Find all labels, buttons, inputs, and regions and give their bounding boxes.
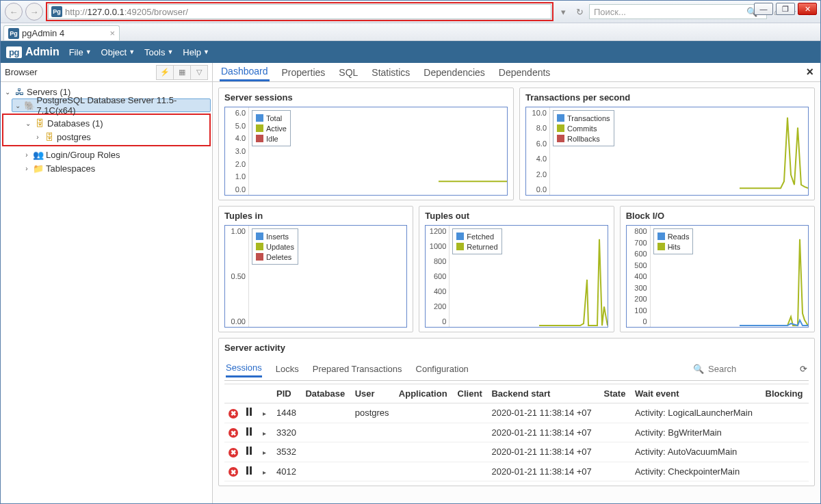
sidebar-query-button[interactable]: ⚡ — [156, 65, 174, 80]
expand-icon[interactable]: › — [34, 133, 42, 141]
expand-icon[interactable]: › — [23, 165, 31, 172]
tab-prepared[interactable]: Prepared Transactions — [313, 361, 402, 377]
tab-favicon-icon: Pg — [8, 28, 19, 39]
table-row[interactable]: ✖▸33202020-01-21 11:38:14 +07Activity: B… — [224, 423, 809, 442]
panel-title: Tuples out — [425, 211, 608, 221]
cell-application — [395, 442, 454, 462]
col-client[interactable]: Client — [454, 384, 488, 403]
cell-backend-start: 2020-01-21 11:38:14 +07 — [487, 403, 599, 423]
cancel-icon[interactable] — [246, 447, 255, 455]
col-blocking[interactable]: Blocking — [761, 384, 809, 403]
cell-database — [301, 442, 350, 462]
col-user[interactable]: User — [351, 384, 395, 403]
cell-user: postgres — [351, 403, 395, 423]
cancel-icon[interactable] — [246, 408, 255, 416]
elephant-icon: 🐘 — [24, 100, 35, 111]
y-axis: 6.05.04.03.02.01.00.0 — [225, 107, 248, 195]
window-maximize-button[interactable]: ❐ — [776, 3, 795, 15]
tab-configuration[interactable]: Configuration — [416, 361, 469, 377]
y-axis: 8007006005004003002001000 — [627, 226, 650, 327]
expand-row-icon[interactable]: ▸ — [263, 410, 266, 417]
pgadmin-menubar: pgAdmin File ▼ Object ▼ Tools ▼ Help ▼ — [1, 41, 820, 63]
tab-locks[interactable]: Locks — [276, 361, 299, 377]
tab-statistics[interactable]: Statistics — [370, 64, 411, 81]
expand-row-icon[interactable]: ▸ — [263, 429, 266, 437]
tree-roles[interactable]: › 👥 Login/Group Roles — [21, 148, 211, 161]
reload-icon[interactable]: ↻ — [573, 5, 586, 18]
tab-close-icon[interactable]: × — [109, 28, 115, 38]
expand-icon[interactable]: › — [23, 151, 31, 159]
window-close-button[interactable]: ✕ — [798, 3, 817, 15]
cell-user — [351, 442, 395, 462]
terminate-icon[interactable]: ✖ — [229, 428, 238, 438]
main-tabs: Dashboard Properties SQL Statistics Depe… — [213, 63, 820, 82]
table-row[interactable]: ✖▸35322020-01-21 11:38:14 +07Activity: A… — [224, 442, 809, 462]
tab-dependencies[interactable]: Dependencies — [422, 64, 486, 81]
sidebar-viewdata-button[interactable]: ▦ — [173, 65, 191, 80]
menu-tools[interactable]: Tools ▼ — [144, 47, 173, 57]
sidebar-title: Browser — [5, 67, 38, 77]
table-row[interactable]: ✖▸40122020-01-21 11:38:14 +07Activity: C… — [224, 462, 809, 481]
menu-file[interactable]: File ▼ — [69, 47, 92, 57]
cell-state — [600, 403, 631, 423]
sidebar-filter-button[interactable]: ▽ — [190, 65, 208, 80]
col-application[interactable]: Application — [395, 384, 454, 403]
tab-sql[interactable]: SQL — [337, 64, 359, 81]
cell-state — [600, 423, 631, 442]
tree-pgserver[interactable]: ⌄ 🐘 PostgreSQL Database Server 11.5-7.1C… — [12, 98, 211, 112]
nav-back-button[interactable]: ← — [5, 3, 23, 21]
terminate-icon[interactable]: ✖ — [229, 448, 238, 457]
expand-icon[interactable]: ⌄ — [24, 120, 32, 127]
tree-postgres-db[interactable]: › 🗄 postgres — [32, 130, 209, 144]
chart-sessions: 6.05.04.03.02.01.00.0 Total Active Idle — [224, 107, 508, 196]
col-state[interactable]: State — [600, 384, 631, 403]
cell-wait-event: Activity: BgWriterMain — [631, 423, 761, 442]
nav-forward-button[interactable]: → — [25, 3, 43, 21]
cell-database — [301, 462, 350, 481]
panel-tuples-in: Tuples in 1.000.500.00 Inserts Updates D… — [218, 206, 413, 332]
table-row[interactable]: ✖▸1448postgres2020-01-21 11:38:14 +07Act… — [224, 403, 809, 423]
window-minimize-button[interactable]: — — [754, 3, 773, 15]
activity-search[interactable]: 🔍 — [693, 364, 777, 374]
expand-icon[interactable]: ⌄ — [3, 88, 12, 96]
database-group-icon: 🗄 — [34, 118, 45, 129]
chart-tuples-in: 1.000.500.00 Inserts Updates Deletes — [224, 225, 407, 328]
refresh-icon[interactable]: ⟳ — [800, 364, 807, 374]
menu-help[interactable]: Help ▼ — [183, 47, 209, 57]
cell-wait-event: Activity: AutoVacuumMain — [631, 442, 761, 462]
cancel-icon[interactable] — [246, 466, 255, 475]
tab-close-icon[interactable]: × — [806, 65, 813, 79]
cell-client — [454, 403, 488, 423]
tab-dependents[interactable]: Dependents — [497, 64, 552, 81]
tree-databases[interactable]: ⌄ 🗄 Databases (1) — [23, 116, 209, 130]
browser-tab-pgadmin[interactable]: Pg pgAdmin 4 × — [3, 25, 120, 40]
tab-sessions[interactable]: Sessions — [226, 360, 262, 377]
expand-row-icon[interactable]: ▸ — [263, 449, 266, 456]
menu-object[interactable]: Object ▼ — [101, 47, 135, 57]
dropdown-icon[interactable]: ▾ — [556, 5, 570, 18]
cancel-icon[interactable] — [246, 427, 255, 436]
col-backend-start[interactable]: Backend start — [487, 384, 599, 403]
panel-block-io: Block I/O 8007006005004003002001000 Read… — [620, 206, 815, 332]
terminate-icon[interactable]: ✖ — [229, 467, 238, 477]
url-bar[interactable]: Pg http://127.0.0.1:49205/browser/ — [48, 4, 551, 19]
cell-application — [395, 423, 454, 442]
col-database[interactable]: Database — [301, 384, 350, 403]
col-wait-event[interactable]: Wait event — [631, 384, 761, 403]
tree-tablespaces[interactable]: › 📁 Tablespaces — [21, 161, 211, 175]
activity-header-row: PID Database User Application Client Bac… — [224, 384, 809, 403]
expand-icon[interactable]: ⌄ — [14, 102, 22, 109]
activity-search-input[interactable] — [708, 364, 777, 374]
tab-properties[interactable]: Properties — [281, 64, 327, 81]
tab-dashboard[interactable]: Dashboard — [220, 63, 270, 81]
col-pid[interactable]: PID — [272, 384, 301, 403]
chevron-down-icon: ▼ — [203, 49, 209, 55]
browser-search-input[interactable]: Поиск... 🔍 ▾ — [589, 4, 767, 19]
tab-title: pgAdmin 4 — [22, 28, 64, 38]
expand-row-icon[interactable]: ▸ — [263, 468, 266, 476]
chart-legend: Fetched Returned — [452, 228, 501, 254]
cell-pid: 1448 — [272, 403, 301, 423]
tree-label: postgres — [57, 132, 91, 142]
tree-label: Login/Group Roles — [46, 150, 120, 160]
terminate-icon[interactable]: ✖ — [229, 409, 238, 419]
